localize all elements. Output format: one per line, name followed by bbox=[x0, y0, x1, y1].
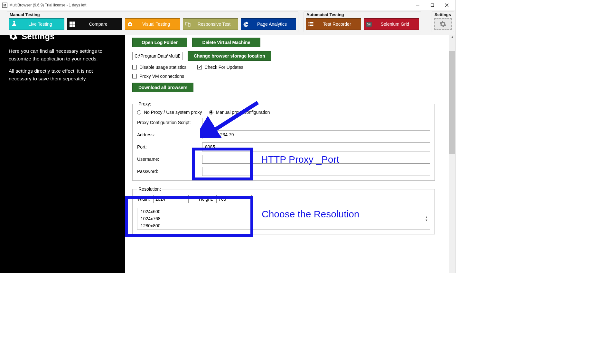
svg-rect-14 bbox=[310, 24, 313, 24]
page-analytics-button[interactable]: Page Analytics bbox=[241, 18, 296, 30]
svg-rect-5 bbox=[72, 22, 75, 24]
change-storage-button[interactable]: Change browser storage location bbox=[188, 51, 271, 61]
maximize-button[interactable] bbox=[425, 0, 439, 10]
svg-rect-6 bbox=[70, 24, 72, 27]
sidebar: Settings Here you can find all necessary… bbox=[0, 35, 125, 273]
proxy-script-input[interactable] bbox=[202, 118, 430, 127]
camera-icon bbox=[125, 21, 135, 27]
flask-icon bbox=[9, 21, 19, 27]
resolution-option[interactable]: 1024x600 bbox=[137, 208, 430, 215]
svg-rect-16 bbox=[310, 25, 313, 26]
resolution-list[interactable]: 1024x600 1024x768 1280x800 ▲▼ bbox=[137, 208, 430, 230]
svg-rect-10 bbox=[188, 23, 190, 26]
list-scroll-icon[interactable]: ▲▼ bbox=[424, 208, 429, 229]
proxy-legend: Proxy: bbox=[137, 101, 153, 106]
resolution-option[interactable]: 1024x768 bbox=[137, 215, 430, 222]
compare-button[interactable]: Compare bbox=[67, 18, 122, 30]
svg-rect-15 bbox=[309, 25, 310, 26]
proxy-password-input[interactable] bbox=[202, 167, 430, 176]
gear-icon bbox=[439, 21, 446, 28]
minimize-button[interactable] bbox=[410, 0, 425, 10]
resolution-fieldset: Resolution: Width: Height: 1024x600 1024… bbox=[132, 187, 435, 234]
svg-point-8 bbox=[129, 23, 131, 25]
svg-rect-13 bbox=[309, 24, 310, 24]
proxy-port-input[interactable] bbox=[202, 142, 430, 151]
storage-path-input[interactable] bbox=[132, 52, 182, 60]
scrollbar-thumb[interactable] bbox=[449, 51, 455, 154]
open-log-folder-button[interactable]: Open Log Folder bbox=[132, 38, 187, 47]
close-button[interactable] bbox=[439, 0, 454, 10]
height-input[interactable] bbox=[216, 195, 252, 203]
sidebar-paragraph-2: All settings directly take effect, it is… bbox=[9, 67, 117, 83]
proxy-username-input[interactable] bbox=[202, 155, 430, 164]
proxy-fieldset: Proxy: No Proxy / Use system proxy Manua… bbox=[132, 101, 435, 181]
content-pane: Open Log Folder Delete Virtual Machine C… bbox=[125, 35, 455, 273]
height-label: Height: bbox=[199, 196, 213, 202]
proxy-address-label: Address: bbox=[137, 132, 202, 137]
window-title: MultiBrowser (9.6.9) Trial license - 1 d… bbox=[9, 3, 410, 7]
grid-icon bbox=[67, 22, 77, 27]
ribbon: Manual Testing Live Testing Compare Visu… bbox=[0, 10, 455, 35]
selenium-icon: Se bbox=[364, 22, 374, 27]
svg-rect-1 bbox=[431, 4, 434, 7]
proxy-vm-checkbox[interactable]: Proxy VM connections bbox=[132, 74, 184, 79]
width-input[interactable] bbox=[153, 195, 189, 203]
checkbox-icon bbox=[132, 65, 137, 69]
checkbox-icon bbox=[132, 74, 137, 78]
selenium-grid-button[interactable]: Se Selenium Grid bbox=[364, 18, 419, 30]
manual-proxy-radio[interactable]: Manual proxy configuration bbox=[209, 110, 270, 115]
devices-icon bbox=[183, 21, 193, 27]
svg-rect-12 bbox=[310, 22, 313, 23]
vertical-scrollbar[interactable]: ▴ bbox=[449, 35, 455, 273]
list-icon bbox=[306, 21, 316, 27]
svg-rect-4 bbox=[70, 22, 72, 24]
proxy-script-label: Proxy Configuration Script: bbox=[137, 120, 202, 125]
piechart-icon bbox=[241, 21, 251, 27]
disable-usage-checkbox[interactable]: Disable usage statistics bbox=[132, 65, 186, 70]
radio-checked-icon bbox=[209, 110, 213, 114]
live-testing-button[interactable]: Live Testing bbox=[9, 18, 64, 30]
responsive-test-button[interactable]: Responsive Test bbox=[183, 18, 238, 30]
delete-vm-button[interactable]: Delete Virtual Machine bbox=[192, 38, 260, 47]
gear-icon bbox=[9, 35, 18, 41]
radio-icon bbox=[137, 110, 141, 114]
check-updates-checkbox[interactable]: ✔ Check For Updates bbox=[197, 65, 243, 70]
titlebar: M MultiBrowser (9.6.9) Trial license - 1… bbox=[0, 0, 455, 10]
download-all-browsers-button[interactable]: Download all browsers bbox=[132, 83, 193, 92]
automated-testing-label: Automated Testing bbox=[306, 12, 419, 17]
manual-testing-label: Manual Testing bbox=[9, 12, 296, 17]
no-proxy-radio[interactable]: No Proxy / Use system proxy bbox=[137, 110, 202, 115]
svg-rect-11 bbox=[309, 22, 310, 23]
proxy-address-input[interactable] bbox=[202, 130, 430, 139]
checkbox-checked-icon: ✔ bbox=[197, 65, 202, 69]
svg-rect-7 bbox=[72, 24, 75, 27]
sidebar-paragraph-1: Here you can find all necessary settings… bbox=[9, 47, 117, 63]
settings-group-label: Settings bbox=[434, 12, 452, 17]
width-label: Width: bbox=[137, 196, 150, 202]
resolution-legend: Resolution: bbox=[137, 187, 162, 192]
proxy-password-label: Password: bbox=[137, 169, 202, 174]
sidebar-heading: Settings bbox=[22, 35, 55, 41]
resolution-option[interactable]: 1280x800 bbox=[137, 222, 430, 229]
test-recorder-button[interactable]: Test Recorder bbox=[306, 18, 361, 30]
app-logo-icon: M bbox=[2, 3, 7, 8]
visual-testing-button[interactable]: Visual Testing bbox=[125, 18, 180, 30]
proxy-username-label: Username: bbox=[137, 157, 202, 162]
proxy-port-label: Port: bbox=[137, 144, 202, 150]
settings-button[interactable] bbox=[434, 18, 452, 30]
